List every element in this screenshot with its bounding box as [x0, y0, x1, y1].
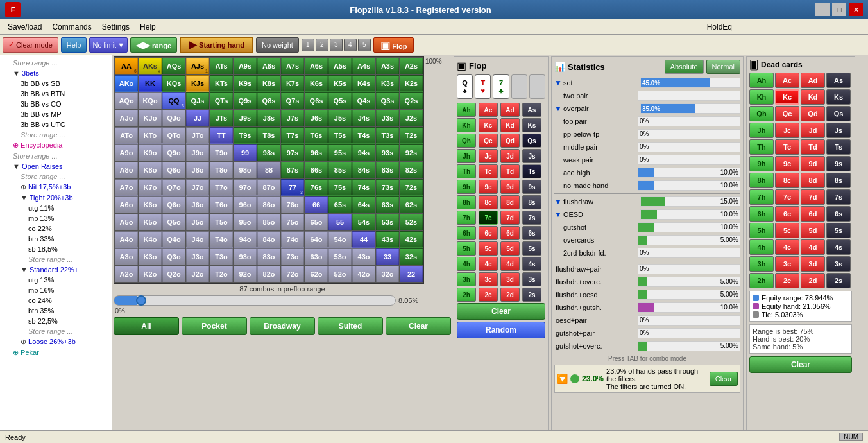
hand-cell-J2o[interactable]: J2o	[186, 266, 209, 282]
hand-cell-A6o[interactable]: A6o	[115, 196, 138, 213]
dead-cell-8h[interactable]: 8h	[749, 173, 774, 188]
dead-cell-Kc[interactable]: Kc	[775, 89, 799, 105]
dead-cell-Jc[interactable]: Jc	[775, 123, 799, 138]
hand-cell-A4s[interactable]: A4s	[352, 58, 375, 74]
hand-cell-63o[interactable]: 63o	[305, 248, 328, 265]
tree-sb225[interactable]: sb 22,5%	[0, 316, 112, 326]
hand-cell-J5s[interactable]: J5s	[328, 110, 352, 126]
hand-cell-K7s[interactable]: K7s	[281, 75, 304, 92]
hand-cell-T2s[interactable]: T2s	[400, 127, 423, 144]
hand-cell-62s[interactable]: 62s	[400, 196, 423, 213]
tree-3b-bb-co[interactable]: 3b BB vs CO	[0, 99, 112, 109]
hand-cell-T8s[interactable]: T8s	[257, 127, 280, 144]
flop-cell-Kc[interactable]: Kc	[479, 118, 498, 132]
menu-saveload[interactable]: Save/load	[3, 21, 47, 33]
hand-cell-92s[interactable]: 92s	[400, 144, 423, 161]
flop-cell-8h[interactable]: 8h	[457, 195, 476, 209]
hand-cell-84s[interactable]: 84s	[352, 162, 375, 178]
hand-cell-A8s[interactable]: A8s	[257, 58, 280, 74]
range-slider[interactable]	[114, 295, 396, 306]
hand-cell-33[interactable]: 33	[376, 248, 399, 265]
hand-cell-85o[interactable]: 85o	[257, 214, 280, 230]
flop-card-blank1[interactable]	[511, 74, 527, 99]
hand-cell-J4o[interactable]: J4o	[186, 231, 209, 248]
dead-cell-2c[interactable]: 2c	[775, 273, 799, 288]
tree-3b-bb-sb[interactable]: 3b BB vs SB	[0, 78, 112, 89]
hand-cell-93s[interactable]: 93s	[376, 144, 399, 161]
hand-cell-T9o[interactable]: T9o	[210, 144, 233, 161]
hand-cell-J5o[interactable]: J5o	[186, 214, 209, 230]
hand-cell-A7s[interactable]: A7s	[281, 58, 304, 74]
flop-cell-7h[interactable]: 7h	[457, 211, 476, 225]
hand-cell-54o[interactable]: 54o	[328, 231, 352, 248]
hand-cell-52o[interactable]: 52o	[328, 266, 352, 282]
hand-cell-J7s[interactable]: J7s	[281, 110, 304, 126]
hand-cell-82s[interactable]: 82s	[400, 162, 423, 178]
hand-cell-J8o[interactable]: J8o	[186, 162, 209, 178]
hand-cell-KK[interactable]: KK	[139, 75, 162, 92]
hand-cell-87s[interactable]: 87s	[281, 162, 304, 178]
dead-cell-8c[interactable]: 8c	[775, 173, 799, 188]
flop-cell-8c[interactable]: 8c	[479, 195, 498, 209]
suited-button[interactable]: Suited	[318, 317, 383, 335]
hand-cell-AKo[interactable]: AKo	[115, 75, 138, 92]
hand-cell-Q5s[interactable]: Q5s	[328, 92, 352, 109]
hand-cell-ATo[interactable]: ATo	[115, 127, 138, 144]
hand-cell-QTo[interactable]: QTo	[162, 127, 185, 144]
hand-cell-A9s[interactable]: A9s	[234, 58, 257, 74]
flop-cell-Ah[interactable]: Ah	[457, 103, 476, 117]
flop-cell-5d[interactable]: 5d	[500, 241, 520, 256]
hand-cell-85s[interactable]: 85s	[328, 162, 352, 178]
hand-cell-74s[interactable]: 74s	[352, 179, 375, 196]
dead-cell-3s[interactable]: 3s	[826, 256, 851, 272]
hand-cell-T7o[interactable]: T7o	[210, 179, 233, 196]
flop-cell-Qh[interactable]: Qh	[457, 134, 476, 148]
hand-cell-99[interactable]: 99	[234, 144, 257, 161]
tree-loose[interactable]: ⊕ Loose 26%+3b	[0, 336, 112, 347]
hand-cell-J6s[interactable]: J6s	[305, 110, 328, 126]
flop-cell-2d[interactable]: 2d	[500, 288, 520, 302]
hand-cell-65s[interactable]: 65s	[328, 196, 352, 213]
hand-cell-J8s[interactable]: J8s	[257, 110, 280, 126]
hand-cell-Q9s[interactable]: Q9s	[234, 92, 257, 109]
hand-cell-A2s[interactable]: A2s	[400, 58, 423, 74]
no-weight-button[interactable]: No weight	[256, 37, 299, 53]
dead-cell-3d[interactable]: 3d	[801, 256, 825, 272]
hand-cell-Q3s[interactable]: Q3s	[376, 92, 399, 109]
flop-cell-9c[interactable]: 9c	[479, 180, 498, 194]
hand-cell-Q4o[interactable]: Q4o	[162, 231, 185, 248]
flop-cell-3d[interactable]: 3d	[500, 272, 520, 286]
hand-cell-KTs[interactable]: KTs	[210, 75, 233, 92]
hand-cell-AKs[interactable]: AKs♠	[139, 58, 162, 74]
hand-cell-Q7s[interactable]: Q7s	[281, 92, 304, 109]
flop-cell-Jd[interactable]: Jd	[500, 149, 520, 163]
flop-clear-button[interactable]: Clear	[457, 303, 545, 320]
hand-cell-TT[interactable]: TT	[210, 127, 233, 144]
hand-cell-72o[interactable]: 72o	[281, 266, 304, 282]
hand-cell-K8o[interactable]: K8o	[139, 162, 162, 178]
tree-store-6[interactable]: Store range ...	[0, 326, 112, 336]
hand-cell-55[interactable]: 55	[328, 214, 352, 230]
hand-cell-Q4s[interactable]: Q4s	[352, 92, 375, 109]
dead-cell-4h[interactable]: 4h	[749, 239, 774, 255]
flop-cell-Ac[interactable]: Ac	[479, 103, 498, 117]
hand-cell-J6o[interactable]: J6o	[186, 196, 209, 213]
hand-cell-JTs[interactable]: JTs	[210, 110, 233, 126]
dead-cell-As[interactable]: As	[826, 73, 851, 88]
hand-cell-88[interactable]: 88	[257, 162, 280, 178]
flop-cell-Ad[interactable]: Ad	[500, 103, 520, 117]
menu-commands[interactable]: Commands	[47, 21, 96, 33]
tree-nit[interactable]: ⊕ Nit 17,5%+3b	[0, 182, 112, 193]
hand-cell-T7s[interactable]: T7s	[281, 127, 304, 144]
dead-cell-9s[interactable]: 9s	[826, 156, 851, 171]
menu-help[interactable]: Help	[135, 21, 161, 33]
tree-store-5[interactable]: Store range ...	[0, 254, 112, 265]
tree-3b-bb-btn[interactable]: 3b BB vs BTN	[0, 89, 112, 99]
tree-btn33[interactable]: btn 33%	[0, 234, 112, 244]
flop-cell-Jc[interactable]: Jc	[479, 149, 498, 163]
hand-cell-Q9o[interactable]: Q9o	[162, 144, 185, 161]
hand-cell-A4o[interactable]: A4o	[115, 231, 138, 248]
hand-cell-T6o[interactable]: T6o	[210, 196, 233, 213]
hand-cell-43s[interactable]: 43s	[376, 231, 399, 248]
hand-cell-K2s[interactable]: K2s	[400, 75, 423, 92]
